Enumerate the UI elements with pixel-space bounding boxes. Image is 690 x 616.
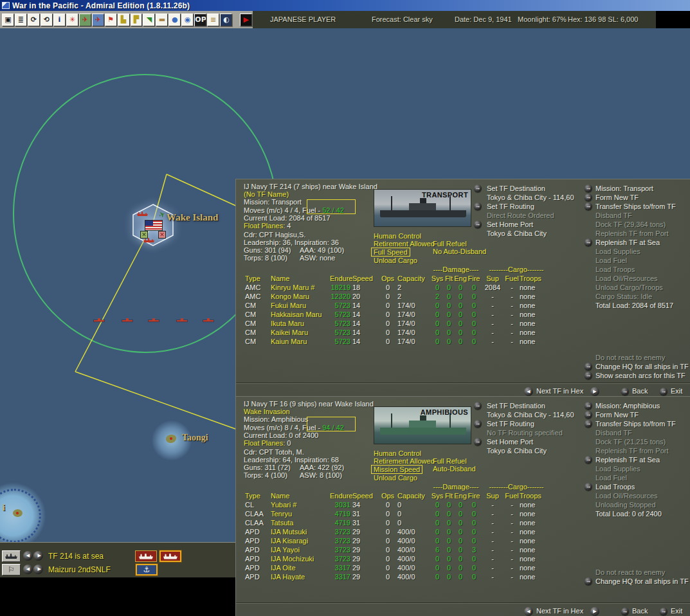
option-set-home-port[interactable]: Set Home Port [473,437,584,446]
ship-row[interactable]: CMKaikei Maru5723140174/00000--none [236,328,690,337]
tf-ship-badge[interactable] [135,550,157,562]
ship-row[interactable]: CMIkuta Maru5723140174/00000--none [236,319,690,328]
action-arrow-icon[interactable] [585,411,592,419]
toggle-mission-speed[interactable]: Mission Speed [371,465,422,474]
prev-tf-button[interactable]: ◀ [23,551,33,561]
turn-cycle-icon[interactable]: ⟳ [28,14,40,26]
action-arrow-icon[interactable] [585,402,592,410]
option-tokyo-chiba-city[interactable]: Tokyo & Chiba City [473,229,584,238]
tf-status-label[interactable]: TF 214 is at sea [48,552,104,561]
toggle-human-control[interactable]: Human Control [374,449,435,457]
save-icon[interactable]: ▣ [2,14,14,26]
action-arrow-icon[interactable] [474,185,482,192]
toggle-unload-cargo[interactable]: Unload Cargo [374,257,435,264]
option-mission-amphibious[interactable]: Mission: Amphibious [584,401,690,410]
option-set-tf-destination[interactable]: Set TF Destination [473,184,584,193]
enemy-base-icon[interactable]: ✕ [158,231,166,239]
option-transfer-ships-to-from-tf[interactable]: Transfer Ships to/from TF [584,202,690,211]
ground-forces-icon[interactable]: ⚑ [105,14,117,26]
toggle-retirement-allowed[interactable]: Retirement Allowed [374,457,435,465]
option-replenish-tf-at-sea[interactable]: Replenish TF at Sea [584,455,690,464]
toggle-full-refuel[interactable]: Full Refuel [433,457,476,465]
action-arrow-icon[interactable] [585,203,592,210]
toggle-auto-disband[interactable]: Auto-Disband [433,465,476,473]
world-map-icon[interactable]: ● [168,14,181,26]
toggle-unload-cargo[interactable]: Unload Cargo [374,474,435,482]
ship-row[interactable]: APDIJA Mutsuki3723290400/00000--none [236,527,690,536]
toggle-full-speed[interactable]: Full Speed [371,248,410,257]
action-arrow-icon[interactable] [585,372,592,379]
industry-icon[interactable]: ◥ [143,14,155,26]
exit-arrow-icon[interactable] [660,388,667,395]
prev-tf-in-hex-button[interactable]: ◀ [524,387,533,396]
ship-row[interactable]: CMHakkaisan Maru5723140174/00000--none [236,310,690,319]
next-tf-button[interactable]: ▶ [33,551,43,561]
zoom-map-icon[interactable]: ◉ [181,14,194,26]
air-combat-icon[interactable]: ✈ [79,14,91,26]
prev-unit-button[interactable]: ◀ [23,565,33,574]
enemy-sub-icon[interactable] [177,318,187,322]
option-tokyo-chiba-city-114-60[interactable]: Tokyo & Chiba City - 114,60 [473,410,584,419]
ship-row[interactable]: APDIJA Hayate3317290400/00000--none [236,572,690,581]
unit-name-label[interactable]: Maizuru 2ndSNLF [48,565,111,574]
next-tf-in-hex-arrow-button[interactable]: ▶ [590,387,599,396]
replay-icon[interactable]: ⟲ [41,14,53,26]
wake-island-hex[interactable]: ✈ ✕ ✕ [131,204,176,246]
ship-row[interactable]: APDIJA Mochizuki3723290400/00000--none [236,554,690,563]
toggle-retirement-allowed[interactable]: Retirement Allowed [374,240,435,248]
base-anchor-badge[interactable]: ⚓ [136,564,158,575]
action-arrow-icon[interactable] [585,456,592,464]
back-arrow-icon[interactable] [621,608,629,615]
option-form-new-tf[interactable]: Form New TF [584,410,690,419]
next-tf-in-hex-button[interactable]: Next TF in Hex [536,607,583,615]
enemy-sub-icon[interactable] [94,318,104,322]
action-arrow-icon[interactable] [585,420,592,428]
info-icon[interactable]: i [53,14,66,26]
ship-row[interactable]: CMFukui Maru5723140174/00000--none [236,301,690,310]
action-arrow-icon[interactable] [585,239,592,246]
ship-row[interactable]: CLAATatsuta471931000000--none [236,518,690,527]
action-arrow-icon[interactable] [585,363,592,370]
exit-arrow-icon[interactable] [660,608,667,615]
tf-type-button[interactable] [2,550,21,562]
option-form-new-tf[interactable]: Form New TF [584,193,690,202]
option-load-troops[interactable]: Load Troops [584,482,690,491]
option-replenish-tf-at-sea[interactable]: Replenish TF at Sea [584,238,690,247]
back-arrow-icon[interactable] [621,388,629,395]
prev-tf-in-hex-button[interactable]: ◀ [524,607,533,616]
air-transfer-icon[interactable]: ✈ [92,14,104,26]
transport-icon[interactable]: ▬ [156,14,168,26]
exit-button[interactable]: Exit [671,387,682,395]
ship-row[interactable]: CMKaiun Maru5723140174/00000--none [236,337,690,346]
option-transfer-ships-to-from-tf[interactable]: Transfer Ships to/from TF [584,419,690,428]
friendly-base-icon[interactable]: ✕ [140,231,148,239]
enemy-sub-icon[interactable] [203,318,213,322]
run-turn-icon[interactable]: ▶ [240,14,252,26]
edge-island[interactable] [13,509,23,517]
option-set-tf-routing[interactable]: Set TF Routing [473,419,584,428]
option-mission-transport[interactable]: Mission: Transport [584,184,690,193]
option-tokyo-chiba-city[interactable]: Tokyo & Chiba City [473,446,584,455]
toggle-no-auto-disband[interactable]: No Auto-Disband [433,248,486,255]
exit-button[interactable]: Exit [671,607,682,615]
action-arrow-icon[interactable] [585,185,592,192]
next-tf-in-hex-button[interactable]: Next TF in Hex [536,387,583,395]
option-set-tf-destination[interactable]: Set TF Destination [473,401,584,410]
action-arrow-icon[interactable] [474,203,482,210]
action-arrow-icon[interactable] [585,194,592,201]
option-set-tf-routing[interactable]: Set TF Routing [473,202,584,211]
toggle-full-refuel[interactable]: Full Refuel [433,240,486,248]
enemy-sub-icon[interactable] [122,318,132,322]
rising-sun-icon[interactable]: ✳ [66,14,78,26]
action-arrow-icon[interactable] [474,221,482,228]
ship-row[interactable]: AMCKinryu Maru #18219180200002084-none [236,283,690,292]
report-icon[interactable]: ≣ [15,14,27,26]
ship-row[interactable]: APDIJA Kisaragi3723290400/00000--none [236,536,690,545]
ship-row[interactable]: AMCKongo Maru1232020022000--none [236,292,690,301]
task-force-icon[interactable]: ▛ [131,14,143,26]
toggle-human-control[interactable]: Human Control [374,232,435,240]
ship-row[interactable]: CLAATenryu471931000000--none [236,509,690,518]
unit-type-button[interactable]: ⚐ [2,564,21,575]
weather-icon[interactable]: ◐ [220,14,232,26]
ship-row[interactable]: APDIJA Oite3317290400/00000--none [236,563,690,572]
